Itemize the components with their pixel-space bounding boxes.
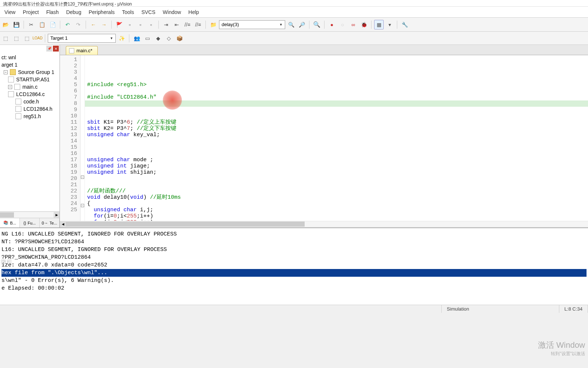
tree-header-reg51[interactable]: reg51.h	[1, 113, 59, 120]
bookmark-icon[interactable]: 🚩	[114, 20, 124, 29]
braces-icon: {}	[24, 221, 26, 225]
menu-window[interactable]: Window	[159, 8, 185, 17]
tree-header-code[interactable]: code.h	[1, 98, 59, 105]
uncomment-icon[interactable]: //≡	[193, 20, 203, 29]
diamond2-icon[interactable]: ◇	[164, 33, 173, 43]
rebuild-icon[interactable]: ⬚	[22, 33, 32, 43]
separator	[129, 34, 129, 42]
pin-icon[interactable]: 📌	[46, 46, 52, 52]
toolbar-main: 📂 💾 ✂ 📋 📄 ↶ ↷ ← → 🚩 ▫ ▫ ▫ ⇥ ⇤ //≡ //≡ 📁 …	[0, 18, 588, 32]
separator	[86, 21, 86, 29]
sidebar-tab-books[interactable]: 📚B...	[0, 218, 20, 227]
scroll-thumb[interactable]	[0, 212, 14, 217]
tree-target[interactable]: arget 1	[1, 61, 59, 68]
status-bar: Simulation L:8 C:34	[0, 305, 588, 313]
debug-icon[interactable]: 🔍	[312, 20, 322, 29]
bookmark-clear-icon[interactable]: ▫	[146, 20, 156, 29]
indent-icon[interactable]: ⇥	[161, 20, 171, 29]
batch-build-icon[interactable]: LOAD	[33, 33, 42, 43]
build-output[interactable]: NG L16: UNCALLED SEGMENT, IGNORED FOR OV…	[0, 227, 588, 305]
options-icon[interactable]: ✨	[117, 33, 126, 43]
breakpoint-all-icon[interactable]: 🐞	[359, 20, 369, 29]
scroll-track[interactable]	[0, 212, 54, 217]
breakpoint-disable-icon[interactable]: ○	[338, 20, 347, 29]
manage-icon[interactable]: 👥	[132, 33, 141, 43]
scroll-thumb[interactable]	[66, 222, 305, 227]
tree-file-label: main.c	[22, 84, 37, 90]
pack-icon[interactable]: 📦	[175, 33, 184, 43]
diamond1-icon[interactable]: ◆	[153, 33, 163, 43]
separator	[24, 21, 24, 29]
bookmark-next-icon[interactable]: ▫	[136, 20, 145, 29]
nav-fwd-icon[interactable]: →	[99, 20, 109, 29]
tree-header-lcd[interactable]: LCD12864.h	[1, 105, 59, 113]
target-dropdown[interactable]: Target 1 ▼	[48, 34, 116, 43]
tree-header-label: reg51.h	[24, 113, 41, 119]
tree-file-lcd[interactable]: LCD12864.c	[1, 91, 59, 98]
line-gutter: 1234567891011121314151617181920212223242…	[60, 55, 80, 221]
tree-group[interactable]: −Source Group 1	[1, 68, 59, 76]
collapse-icon[interactable]: −	[8, 85, 12, 89]
redo-icon[interactable]: ↷	[74, 20, 83, 29]
close-icon[interactable]: ✕	[53, 46, 59, 52]
h-file-icon	[15, 106, 21, 112]
menu-help[interactable]: Help	[185, 8, 203, 17]
window-icon[interactable]: ▦	[374, 20, 384, 29]
menu-view[interactable]: View	[1, 8, 19, 17]
menu-tools[interactable]: Tools	[118, 8, 138, 17]
menu-peripherals[interactable]: Peripherals	[85, 8, 118, 17]
sidebar-tab-functions[interactable]: {}Fu...	[20, 218, 40, 227]
fold-column: − −	[80, 55, 85, 221]
cut-icon[interactable]: ✂	[26, 20, 36, 29]
scroll-left-icon[interactable]: ◀	[60, 221, 66, 227]
file-tab-main[interactable]: main.c*	[66, 46, 98, 55]
tree-file-label: LCD12864.c	[16, 91, 45, 97]
translate-icon[interactable]: ⬚	[1, 33, 10, 43]
open-icon[interactable]: 📂	[1, 20, 10, 29]
sidebar-tab-templates[interactable]: 0→Te...	[40, 218, 60, 227]
file-tab-label: main.c*	[76, 48, 92, 53]
menu-flash[interactable]: Flash	[43, 8, 62, 17]
code-editor[interactable]: 1234567891011121314151617181920212223242…	[60, 55, 588, 221]
file-tabs: main.c*	[60, 45, 588, 55]
books-icon[interactable]: ▭	[143, 33, 152, 43]
nav-back-icon[interactable]: ←	[89, 20, 98, 29]
menu-debug[interactable]: Debug	[62, 8, 85, 17]
scroll-right-icon[interactable]: ▶	[54, 212, 60, 218]
bookmark-prev-icon[interactable]: ▫	[125, 20, 135, 29]
save-icon[interactable]: 💾	[11, 20, 21, 29]
folder-icon[interactable]: 📁	[208, 20, 218, 29]
window-dd-icon[interactable]: ▾	[385, 20, 394, 29]
tree-project[interactable]: ct: wnl	[1, 54, 59, 61]
sidebar-hscroll[interactable]: ▶	[0, 211, 60, 218]
editor-hscroll[interactable]: ◀	[60, 221, 588, 227]
tree-project-label: ct: wnl	[1, 54, 16, 60]
target-dropdown-text: Target 1	[50, 35, 68, 41]
find-prev-icon[interactable]: 🔎	[297, 20, 306, 29]
find-dropdown[interactable]: delay(3) ▼	[219, 20, 285, 29]
find-dropdown-text: delay(3)	[222, 22, 239, 27]
copy-icon[interactable]: 📋	[37, 20, 47, 29]
separator	[45, 34, 45, 42]
sidebar-header: 📌 ✕	[0, 45, 60, 52]
tree-file-main[interactable]: −main.c	[1, 83, 59, 91]
code-content[interactable]: #include <reg51.h> #include "LCD12864.h"…	[85, 55, 588, 221]
build-icon[interactable]: ⬚	[11, 33, 21, 43]
collapse-icon[interactable]: −	[4, 70, 8, 74]
find-next-icon[interactable]: 🔍	[286, 20, 296, 29]
breakpoint-icon[interactable]: ●	[327, 20, 337, 29]
undo-icon[interactable]: ↶	[63, 20, 72, 29]
outdent-icon[interactable]: ⇤	[172, 20, 182, 29]
tree-file-startup[interactable]: STARTUP.A51	[1, 76, 59, 83]
paste-icon[interactable]: 📄	[48, 20, 57, 29]
config-icon[interactable]: 🔧	[400, 20, 409, 29]
scroll-track[interactable]	[66, 222, 588, 227]
breakpoint-kill-icon[interactable]: ∞	[348, 20, 358, 29]
main-area: 📌 ✕ ct: wnl arget 1 −Source Group 1 STAR…	[0, 45, 588, 227]
menu-bar: View Project Flash Debug Peripherals Too…	[0, 7, 588, 18]
menu-svcs[interactable]: SVCS	[138, 8, 159, 17]
status-simulation: Simulation	[442, 305, 559, 313]
folder-icon	[10, 69, 16, 75]
comment-icon[interactable]: //≡	[183, 20, 192, 29]
menu-project[interactable]: Project	[19, 8, 43, 17]
